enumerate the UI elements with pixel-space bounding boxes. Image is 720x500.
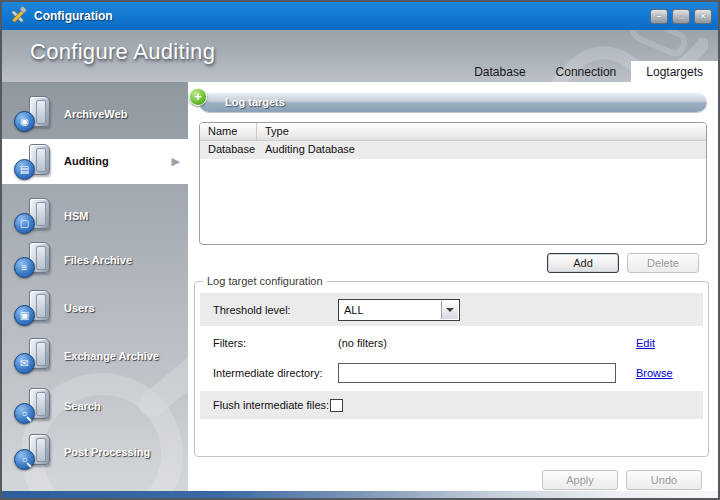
files-archive-server-icon: ≡: [14, 242, 54, 278]
undo-button[interactable]: Undo: [626, 470, 702, 490]
tab-connection[interactable]: Connection: [541, 61, 632, 82]
table-header: Name Type: [200, 123, 706, 141]
chevron-down-icon: [446, 308, 454, 312]
column-header-name[interactable]: Name: [200, 123, 257, 140]
tab-database[interactable]: Database: [459, 61, 540, 82]
sidebar-item-label: Auditing: [64, 155, 168, 168]
sidebar-item-files-archive[interactable]: ≡ Files Archive: [2, 238, 188, 282]
title-bar: Configuration – □ ×: [2, 2, 718, 30]
threshold-level-row: Threshold level: ALL: [200, 293, 703, 326]
exchange-archive-server-icon: ✉: [14, 338, 54, 374]
flush-intermediate-files-row: Flush intermediate files:: [200, 391, 703, 419]
sidebar-item-label: ArchiveWeb: [64, 108, 168, 121]
auditing-server-icon: ▤: [14, 144, 54, 180]
tab-bar: Database Connection Logtargets: [459, 61, 718, 82]
flush-intermediate-files-label: Flush intermediate files:: [213, 399, 329, 411]
sidebar-item-label: Post Processing: [64, 446, 168, 459]
add-button[interactable]: Add: [547, 253, 619, 273]
intermediate-directory-row: Intermediate directory: Browse: [200, 359, 703, 387]
sidebar-item-label: Files Archive: [64, 254, 168, 267]
post-processing-server-icon: ○: [14, 434, 54, 470]
intermediate-directory-label: Intermediate directory:: [213, 367, 333, 379]
threshold-level-label: Threshold level:: [213, 304, 333, 316]
selected-arrow-icon: ▶: [172, 155, 180, 168]
add-plus-icon[interactable]: +: [189, 88, 207, 106]
window-controls: – □ ×: [650, 9, 712, 24]
users-server-icon: ▣: [14, 290, 54, 326]
tools-icon: [8, 6, 28, 26]
sidebar-item-label: Exchange Archive: [64, 350, 168, 363]
sidebar-item-auditing[interactable]: ▤ Auditing ▶: [2, 139, 188, 184]
browse-link[interactable]: Browse: [636, 367, 673, 379]
log-target-configuration-group: Log target configuration Threshold level…: [194, 275, 709, 457]
log-targets-section-bar: + Log targets: [199, 92, 707, 112]
tab-logtargets[interactable]: Logtargets: [631, 61, 718, 82]
main-content: + Log targets Name Type Database Auditin…: [188, 82, 718, 494]
threshold-level-value: ALL: [339, 304, 364, 316]
hsm-server-icon: ▢: [14, 198, 54, 234]
combo-dropdown-button[interactable]: [441, 301, 458, 319]
log-targets-table: Name Type Database Auditing Database: [199, 122, 707, 245]
sidebar-item-label: Search: [64, 400, 168, 413]
filters-label: Filters:: [213, 337, 333, 349]
cell-type: Auditing Database: [257, 141, 363, 159]
threshold-level-select[interactable]: ALL: [338, 299, 460, 321]
column-header-type[interactable]: Type: [257, 123, 297, 140]
sidebar-item-hsm[interactable]: ▢ HSM: [2, 194, 188, 238]
delete-button[interactable]: Delete: [627, 253, 699, 273]
configuration-window: Configuration – □ × Configure Auditing D…: [0, 0, 720, 500]
edit-link[interactable]: Edit: [636, 337, 655, 349]
minimize-button[interactable]: –: [650, 9, 668, 24]
window-title: Configuration: [34, 9, 113, 23]
sidebar-item-users[interactable]: ▣ Users: [2, 286, 188, 330]
page-title: Configure Auditing: [30, 39, 215, 65]
filters-row: Filters: (no filters) Edit: [200, 329, 703, 357]
page-header: Configure Auditing Database Connection L…: [2, 30, 718, 82]
maximize-button[interactable]: □: [672, 9, 690, 24]
sidebar-item-post-processing[interactable]: ○ Post Processing: [2, 430, 188, 474]
apply-button[interactable]: Apply: [542, 470, 618, 490]
sidebar-item-search[interactable]: ○ Search: [2, 384, 188, 428]
archiveweb-server-icon: ◉: [14, 96, 54, 132]
sidebar-item-exchange-archive[interactable]: ✉ Exchange Archive: [2, 332, 188, 380]
sidebar-item-label: HSM: [64, 210, 168, 223]
search-server-icon: ○: [14, 388, 54, 424]
footer-strip: [2, 491, 718, 498]
filters-value: (no filters): [338, 337, 387, 349]
intermediate-directory-input[interactable]: [338, 363, 616, 383]
section-title: Log targets: [225, 96, 285, 108]
table-row[interactable]: Database Auditing Database: [200, 141, 706, 159]
flush-intermediate-files-checkbox[interactable]: [330, 399, 343, 412]
sidebar-item-archiveweb[interactable]: ◉ ArchiveWeb: [2, 92, 188, 136]
sidebar: ◉ ArchiveWeb ▤ Auditing ▶ ▢ HSM ≡ Files …: [2, 82, 188, 494]
sidebar-item-label: Users: [64, 302, 168, 315]
cell-name: Database: [200, 141, 257, 159]
close-button[interactable]: ×: [694, 9, 712, 24]
group-legend: Log target configuration: [203, 275, 327, 287]
